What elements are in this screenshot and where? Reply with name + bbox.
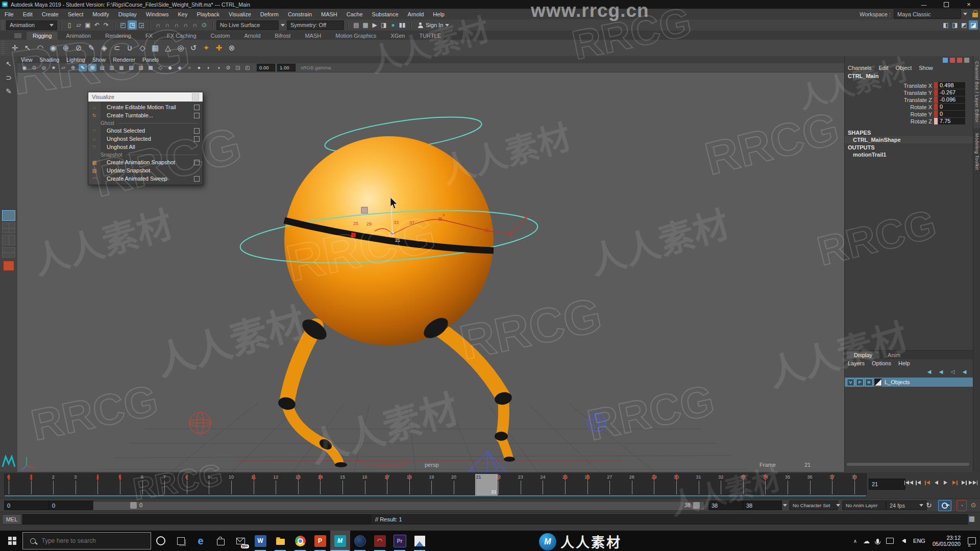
popup-menu-title[interactable]: Visualize bbox=[88, 92, 203, 102]
play-forward-button[interactable] bbox=[941, 478, 950, 487]
menu-set-selector[interactable]: Animation bbox=[6, 20, 57, 30]
safe-title-icon[interactable]: ▩ bbox=[146, 64, 155, 71]
shelf-menu-icon[interactable] bbox=[14, 33, 21, 38]
shelf-tab-arnold[interactable]: Arnold bbox=[238, 32, 266, 40]
joint-tool-icon[interactable]: ✛ bbox=[10, 43, 19, 53]
layout-two-pane-button[interactable] bbox=[2, 235, 15, 245]
node-name[interactable]: CTRL_Main bbox=[845, 72, 973, 80]
left-foot-control-sphere[interactable] bbox=[189, 412, 211, 434]
undo-icon[interactable]: ↶ bbox=[92, 20, 102, 30]
taskbar-app-file-explorer[interactable] bbox=[271, 531, 290, 551]
menu-mash[interactable]: MASH bbox=[316, 11, 342, 17]
menu-item-update-snapshot[interactable]: ▧Update Snapshot bbox=[88, 166, 203, 174]
pause-icon[interactable]: ▮▮ bbox=[398, 20, 407, 30]
symmetry-field[interactable]: Symmetry: Off bbox=[287, 20, 344, 30]
menu-modify[interactable]: Modify bbox=[88, 11, 113, 17]
channel-box-toggle-icon[interactable]: ◪ bbox=[969, 20, 978, 30]
menu-item-create-animation-snapshot[interactable]: ▦Create Animation Snapshot bbox=[88, 158, 203, 166]
workspace-dropdown-arrow[interactable] bbox=[963, 13, 967, 15]
beam-key-marker[interactable] bbox=[351, 232, 356, 237]
go-to-start-button[interactable] bbox=[904, 478, 913, 487]
channel-box-menu-object[interactable]: Object bbox=[895, 65, 916, 71]
mirror-weights-icon[interactable]: ◈ bbox=[100, 43, 109, 53]
taskbar-app-edge[interactable]: e bbox=[191, 531, 211, 551]
move-layer-down-icon[interactable]: ◀ bbox=[937, 368, 945, 375]
channel-row[interactable]: Translate Z-0.096 bbox=[845, 96, 973, 103]
key-channel-icon[interactable] bbox=[957, 58, 962, 63]
lattice-icon[interactable]: ▦ bbox=[151, 43, 160, 53]
exposure-field[interactable]: 0.00 bbox=[257, 64, 275, 71]
current-frame-field[interactable]: 21 bbox=[869, 479, 905, 490]
channel-value[interactable]: -0.096 bbox=[938, 96, 965, 103]
2d-pan-zoom-icon[interactable]: ⊕ bbox=[69, 64, 77, 71]
bookmark-icon[interactable]: ★ bbox=[50, 64, 58, 71]
layout-persp-outliner-button[interactable] bbox=[2, 247, 15, 258]
textured-icon[interactable]: ◈ bbox=[176, 64, 184, 71]
use-lights-icon[interactable]: ○ bbox=[185, 64, 193, 71]
ipr-render-icon[interactable]: ▦ bbox=[361, 20, 370, 30]
select-camera-icon[interactable]: ◉ bbox=[20, 64, 29, 71]
ik-handle-icon[interactable]: ↖ bbox=[23, 43, 32, 53]
layer-toggle-r[interactable]: R bbox=[865, 379, 873, 386]
option-box[interactable] bbox=[194, 176, 200, 182]
locator-icon[interactable]: ✦ bbox=[202, 43, 211, 53]
channel-box-menu-edit[interactable]: Edit bbox=[878, 65, 892, 71]
attribute-editor-toggle-icon[interactable]: ◩ bbox=[960, 20, 969, 30]
film-gate-icon[interactable]: ▤ bbox=[98, 64, 106, 71]
playback-end-field[interactable]: 38 bbox=[708, 500, 743, 510]
shelf-tab-rigging[interactable]: Rigging bbox=[27, 32, 58, 40]
layer-menu-help[interactable]: Help bbox=[898, 360, 914, 366]
lasso-tool-icon[interactable]: ⊃ bbox=[2, 71, 15, 84]
snap-point-icon[interactable]: ∩ bbox=[172, 20, 181, 30]
multisample-icon[interactable]: ⊘ bbox=[224, 64, 232, 71]
step-back-frame-button[interactable] bbox=[914, 478, 922, 487]
layer-color-swatch[interactable] bbox=[874, 379, 882, 386]
workspace-lock-icon[interactable] bbox=[972, 13, 978, 17]
status-line-handle[interactable] bbox=[1, 20, 5, 30]
menu-create[interactable]: Create bbox=[37, 11, 63, 17]
render-sequence-icon[interactable]: ▶ bbox=[370, 20, 379, 30]
lock-camera-icon[interactable]: ⊙ bbox=[30, 64, 38, 71]
menu-item-unghost-selected[interactable]: ∴Unghost Selected bbox=[88, 135, 203, 143]
layout-four-pane-button[interactable] bbox=[2, 222, 15, 233]
shadows-icon[interactable]: ● bbox=[195, 64, 203, 71]
shelf-tab-mash[interactable]: MASH bbox=[299, 32, 327, 40]
current-frame-marker[interactable]: 2121 bbox=[475, 474, 498, 495]
taskbar-app-task-view[interactable] bbox=[171, 531, 191, 551]
gate-mask-icon[interactable]: ▦ bbox=[117, 64, 126, 71]
viewport-menu-show[interactable]: Show bbox=[89, 57, 109, 63]
menu-item-create-editable-motion-trail[interactable]: ∴Create Editable Motion Trail bbox=[88, 103, 203, 111]
snap-grid-icon[interactable]: ∩ bbox=[154, 20, 163, 30]
taskbar-app-powerpoint[interactable]: P bbox=[310, 531, 330, 551]
shelf-tab-bifrost[interactable]: Bifrost bbox=[268, 32, 297, 40]
range-start-handle[interactable] bbox=[130, 502, 137, 509]
menu-display[interactable]: Display bbox=[114, 11, 141, 17]
shelf-handle[interactable] bbox=[1, 41, 5, 55]
viewport-menu-shading[interactable]: Shading bbox=[36, 57, 63, 63]
field-chart-icon[interactable]: ▧ bbox=[127, 64, 135, 71]
menu-deform[interactable]: Deform bbox=[256, 11, 283, 17]
network-icon[interactable] bbox=[886, 538, 894, 544]
shelf-tab-xgen[interactable]: XGen bbox=[384, 32, 411, 40]
make-live-icon[interactable]: ⊙ bbox=[200, 20, 209, 30]
foot-arc-curve[interactable] bbox=[349, 459, 409, 466]
paint-select-tool-icon[interactable]: ✎ bbox=[2, 85, 15, 97]
channel-value[interactable]: 0.498 bbox=[938, 82, 965, 89]
set-driven-key-icon[interactable]: ⊗ bbox=[227, 43, 236, 53]
xray-icon[interactable]: ◳ bbox=[234, 64, 242, 71]
script-editor-button[interactable]: ▦ bbox=[967, 514, 977, 523]
control-curve-icon[interactable]: ↺ bbox=[189, 43, 198, 53]
taskbar-app-chrome[interactable] bbox=[290, 531, 310, 551]
go-to-end-button[interactable] bbox=[969, 478, 977, 487]
shelf-tab-animation[interactable]: Animation bbox=[60, 32, 97, 40]
menu-cache[interactable]: Cache bbox=[342, 11, 368, 17]
save-scene-icon[interactable]: ▣ bbox=[83, 20, 92, 30]
play-backwards-button[interactable] bbox=[932, 478, 941, 487]
image-plane-icon[interactable]: ▱ bbox=[59, 64, 67, 71]
paint-weights-icon[interactable]: ✎ bbox=[87, 43, 96, 53]
ao-icon[interactable]: ◐ bbox=[205, 64, 213, 71]
layer-name[interactable]: L_Objects bbox=[885, 379, 910, 385]
taskbar-app-adobe-app[interactable]: ◠ bbox=[370, 531, 390, 551]
cluster-icon[interactable]: ◇ bbox=[138, 43, 147, 53]
channel-row[interactable]: Translate Y-0.267 bbox=[845, 89, 973, 96]
